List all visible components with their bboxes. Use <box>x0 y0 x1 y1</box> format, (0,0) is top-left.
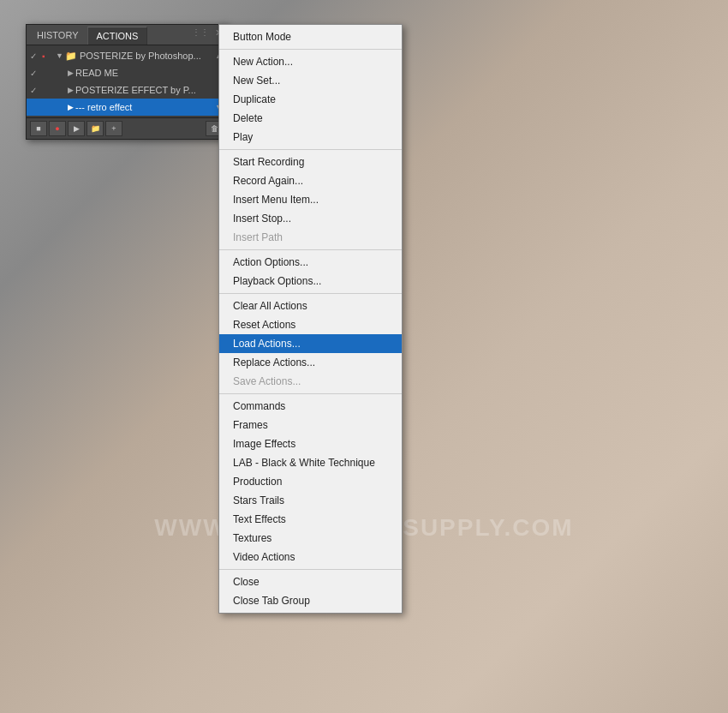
menu-item-insert-path: Insert Path <box>219 228 402 247</box>
panel-toolbar: ■ ● ▶ 📁 + 🗑 <box>27 117 226 139</box>
check-icon: ✓ <box>30 69 42 78</box>
menu-item-text-effects[interactable]: Text Effects <box>219 510 402 529</box>
expand-arrow-icon: ▼ <box>56 51 63 60</box>
menu-item-new-set[interactable]: New Set... <box>219 71 402 90</box>
menu-separator <box>219 249 402 250</box>
menu-item-commands[interactable]: Commands <box>219 397 402 416</box>
menu-item-lab-bw[interactable]: LAB - Black & White Technique <box>219 453 402 472</box>
context-menu: Button Mode New Action... New Set... Dup… <box>218 24 403 614</box>
expand-arrow-icon: ▶ <box>68 86 74 94</box>
action-label: POSTERIZE EFFECT by P... <box>75 85 223 95</box>
menu-item-replace-actions[interactable]: Replace Actions... <box>219 353 402 372</box>
action-label: READ ME <box>75 68 223 78</box>
create-action-folder-button[interactable]: 📁 <box>87 121 104 136</box>
resize-handle: ⋮⋮ <box>192 27 209 37</box>
list-item[interactable]: ✓ ▪ ▼ 📁 POSTERIZE by Photoshop... ▲ <box>27 47 226 64</box>
menu-item-clear-all-actions[interactable]: Clear All Actions <box>219 297 402 315</box>
tab-history[interactable]: HISTORY <box>28 27 87 45</box>
expand-arrow-icon: ▶ <box>68 69 74 77</box>
tab-actions[interactable]: ACTIONS <box>87 27 148 45</box>
panel-container: HISTORY ACTIONS ⋮⋮ ✕ ✓ ▪ ▼ 📁 POSTERIZE b… <box>26 24 227 140</box>
menu-item-production[interactable]: Production <box>219 472 402 491</box>
menu-item-playback-options[interactable]: Playback Options... <box>219 272 402 291</box>
menu-item-close-tab-group[interactable]: Close Tab Group <box>219 591 402 610</box>
actions-panel: HISTORY ACTIONS ⋮⋮ ✕ ✓ ▪ ▼ 📁 POSTERIZE b… <box>26 24 227 140</box>
menu-item-frames[interactable]: Frames <box>219 416 402 434</box>
panel-tabs: HISTORY ACTIONS ⋮⋮ ✕ <box>27 25 226 45</box>
folder-icon: 📁 <box>65 51 77 62</box>
menu-separator <box>219 393 402 394</box>
menu-item-insert-menu-item[interactable]: Insert Menu Item... <box>219 190 402 209</box>
menu-item-load-actions[interactable]: Load Actions... <box>219 334 402 353</box>
check-icon: ✓ <box>30 51 42 61</box>
menu-separator <box>219 149 402 150</box>
menu-separator <box>219 293 402 294</box>
record-button[interactable]: ● <box>49 121 66 136</box>
menu-item-insert-stop[interactable]: Insert Stop... <box>219 209 402 228</box>
list-item[interactable]: ✓ ▶ READ ME <box>27 64 226 81</box>
menu-item-video-actions[interactable]: Video Actions <box>219 548 402 566</box>
stop-button[interactable]: ■ <box>30 121 47 136</box>
menu-separator <box>219 49 402 50</box>
action-label: POSTERIZE by Photoshop... <box>80 51 215 61</box>
list-item[interactable]: ▶ --- retro effect ▼ <box>27 99 226 116</box>
actions-list: ✓ ▪ ▼ 📁 POSTERIZE by Photoshop... ▲ ✓ ▶ … <box>27 45 226 117</box>
menu-item-save-actions: Save Actions... <box>219 372 402 391</box>
menu-item-image-effects[interactable]: Image Effects <box>219 434 402 453</box>
menu-item-stars-trails[interactable]: Stars Trails <box>219 491 402 510</box>
menu-item-textures[interactable]: Textures <box>219 529 402 548</box>
play-button[interactable]: ▶ <box>68 121 85 136</box>
create-action-button[interactable]: + <box>105 121 122 136</box>
menu-item-record-again[interactable]: Record Again... <box>219 171 402 190</box>
menu-item-action-options[interactable]: Action Options... <box>219 253 402 272</box>
check-icon: ✓ <box>30 86 42 95</box>
eye-icon: ▪ <box>42 51 54 61</box>
menu-item-delete[interactable]: Delete <box>219 109 402 128</box>
menu-item-close[interactable]: Close <box>219 572 402 591</box>
list-item[interactable]: ✓ ▶ POSTERIZE EFFECT by P... <box>27 81 226 99</box>
menu-separator <box>219 569 402 570</box>
menu-item-new-action[interactable]: New Action... <box>219 52 402 71</box>
menu-item-play[interactable]: Play <box>219 128 402 147</box>
menu-item-reset-actions[interactable]: Reset Actions <box>219 315 402 334</box>
action-label: --- retro effect <box>75 102 215 112</box>
expand-arrow-icon: ▶ <box>68 103 74 111</box>
menu-item-start-recording[interactable]: Start Recording <box>219 153 402 171</box>
menu-item-button-mode[interactable]: Button Mode <box>219 27 402 46</box>
menu-item-duplicate[interactable]: Duplicate <box>219 90 402 109</box>
